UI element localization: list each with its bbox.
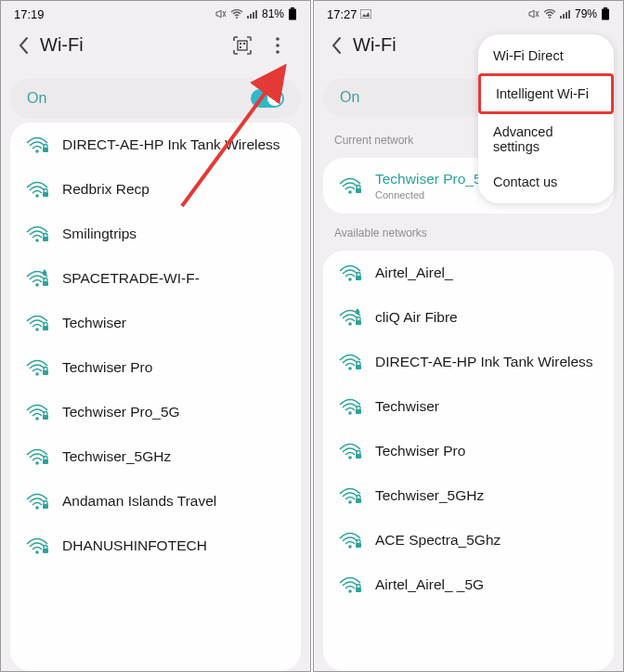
svg-point-16: [549, 17, 551, 19]
wifi-lock-icon: [25, 447, 49, 466]
battery-icon: [601, 7, 610, 20]
header: Wi-Fi: [1, 25, 310, 78]
wifi-drop-icon: [25, 269, 49, 288]
svg-point-11: [276, 37, 280, 41]
wifi-lock-icon: [25, 492, 49, 510]
network-item[interactable]: Techwiser Pro: [10, 345, 301, 390]
svg-point-13: [276, 50, 280, 54]
network-item[interactable]: Redbrix Recp: [10, 167, 301, 212]
back-button[interactable]: [329, 35, 345, 56]
wifi-lock-icon: [338, 442, 362, 460]
network-item[interactable]: Techwiser_5GHz: [10, 434, 301, 479]
svg-rect-17: [604, 7, 607, 9]
wifi-lock-icon: [338, 531, 362, 549]
network-item[interactable]: Techwiser Pro: [323, 429, 614, 473]
battery-text: 79%: [575, 7, 597, 20]
status-bar: 17:27 79%: [314, 1, 623, 25]
status-icons: 81%: [215, 7, 297, 20]
svg-rect-10: [240, 46, 241, 48]
svg-point-12: [276, 44, 280, 47]
battery-icon: [288, 7, 297, 20]
phone-right: 17:27 79% Wi-Fi Wi-Fi Direct Intelligent…: [313, 0, 624, 672]
svg-rect-9: [243, 43, 245, 45]
available-networks-header: Available networks: [314, 213, 623, 247]
back-button[interactable]: [16, 35, 32, 56]
signal-icon: [560, 9, 571, 19]
network-item[interactable]: cliQ Air Fibre: [323, 295, 614, 340]
network-item[interactable]: Andaman Islands Travel: [10, 479, 301, 523]
wifi-lock-icon: [25, 225, 49, 243]
wifi-state-label: On: [340, 89, 359, 106]
wifi-lock-icon: [25, 403, 49, 421]
svg-point-4: [236, 17, 238, 19]
wifi-lock-icon: [338, 486, 362, 505]
wifi-lock-icon: [25, 358, 49, 377]
status-time: 17:27: [327, 7, 371, 21]
wifi-lock-icon: [25, 180, 49, 199]
mute-icon: [528, 8, 540, 19]
wifi-lock-icon: [25, 136, 49, 154]
network-item[interactable]: Techwiser: [10, 301, 301, 345]
battery-text: 81%: [262, 7, 284, 20]
chevron-left-icon: [329, 35, 345, 56]
svg-rect-6: [289, 9, 296, 20]
network-item[interactable]: DHANUSHINFOTECH: [10, 523, 301, 568]
wifi-state-label: On: [27, 90, 46, 107]
menu-contact-us[interactable]: Contact us: [478, 164, 614, 200]
menu-intelligent-wifi[interactable]: Intelligent Wi-Fi: [478, 73, 614, 114]
network-list-right: Airtel_Airel_ cliQ Air Fibre DIRECT-AE-H…: [323, 251, 614, 671]
qr-scan-icon: [232, 35, 253, 56]
image-indicator-icon: [360, 9, 371, 19]
wifi-lock-icon: [338, 176, 362, 195]
page-title: Wi-Fi: [353, 34, 396, 56]
wifi-lock-icon: [338, 575, 362, 594]
svg-rect-15: [360, 9, 371, 19]
chevron-left-icon: [16, 35, 32, 56]
menu-wifi-direct[interactable]: Wi-Fi Direct: [478, 38, 614, 73]
network-item[interactable]: Airtel_Airel_: [323, 251, 614, 295]
wifi-lock-icon: [25, 536, 49, 555]
network-item[interactable]: DIRECT-AE-HP Ink Tank Wireless: [10, 123, 301, 167]
phone-left: 17:19 81% Wi-Fi On DIRECT-AE-HP Ink Tank…: [0, 0, 311, 672]
network-item[interactable]: Techwiser_5GHz: [323, 473, 614, 518]
network-item[interactable]: ACE Spectra_5Ghz: [323, 518, 614, 562]
wifi-status-icon: [230, 9, 243, 19]
overflow-menu: Wi-Fi Direct Intelligent Wi-Fi Advanced …: [478, 34, 614, 203]
page-title: Wi-Fi: [40, 34, 84, 56]
network-list-left: DIRECT-AE-HP Ink Tank Wireless Redbrix R…: [10, 123, 301, 671]
qr-scan-button[interactable]: [225, 35, 260, 56]
network-item[interactable]: Smilingtrips: [10, 212, 301, 256]
svg-rect-18: [602, 9, 609, 20]
menu-advanced-settings[interactable]: Advanced settings: [478, 114, 614, 164]
wifi-lock-icon: [25, 314, 49, 332]
network-item[interactable]: DIRECT-AE-HP Ink Tank Wireless: [323, 340, 614, 384]
svg-rect-8: [240, 43, 241, 45]
network-item[interactable]: Techwiser Pro_5G: [10, 390, 301, 434]
svg-rect-7: [238, 41, 247, 50]
wifi-status-icon: [543, 9, 556, 19]
network-item[interactable]: Airtel_Airel_ _5G: [323, 562, 614, 607]
mute-icon: [215, 8, 227, 19]
status-bar: 17:19 81%: [1, 1, 310, 25]
wifi-drop-icon: [338, 308, 362, 327]
network-item[interactable]: Techwiser: [323, 384, 614, 429]
network-item[interactable]: SPACETRADE-WI-F-: [10, 256, 301, 301]
status-icons: 79%: [528, 7, 610, 20]
svg-rect-5: [291, 7, 294, 9]
signal-icon: [247, 9, 258, 19]
status-time: 17:19: [14, 7, 45, 21]
wifi-toggle-row[interactable]: On: [10, 78, 301, 119]
wifi-lock-icon: [338, 264, 362, 282]
wifi-toggle[interactable]: [251, 89, 284, 108]
more-button[interactable]: [260, 35, 295, 56]
wifi-lock-icon: [338, 397, 362, 416]
more-vertical-icon: [269, 35, 286, 56]
wifi-lock-icon: [338, 353, 362, 371]
